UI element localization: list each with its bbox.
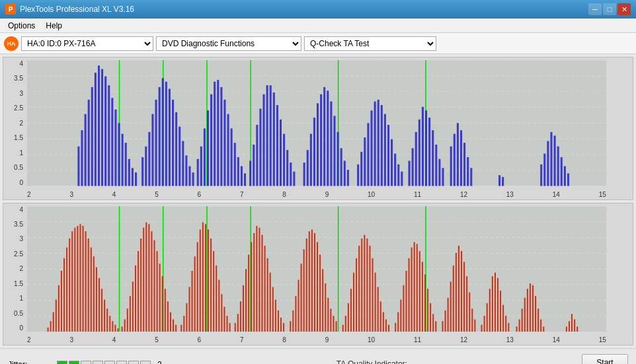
svg-rect-256 (270, 272, 271, 332)
svg-rect-320 (458, 245, 459, 332)
svg-rect-351 (571, 314, 573, 332)
svg-rect-271 (314, 233, 315, 332)
svg-rect-186 (74, 227, 75, 332)
ta-quality-section: TA Quality Indicator: Bad (169, 359, 575, 364)
svg-rect-231 (200, 229, 201, 332)
svg-rect-276 (327, 297, 329, 332)
svg-rect-252 (258, 227, 260, 332)
title-bar: P PlexTools Professional XL V3.16 ─ □ ✕ (0, 0, 636, 18)
drive-select[interactable]: HA:0 ID:0 PX-716A (21, 36, 153, 51)
test-select[interactable]: Q-Check TA Test (304, 36, 436, 51)
svg-rect-303 (409, 258, 410, 332)
svg-rect-267 (303, 249, 305, 332)
svg-rect-116 (394, 154, 396, 186)
svg-rect-49 (151, 114, 153, 186)
svg-rect-133 (460, 130, 462, 186)
svg-rect-30 (85, 114, 87, 186)
jitter-cell-8 (140, 361, 151, 365)
menu-bar: Options Help (0, 18, 636, 33)
toolbar: HA HA:0 ID:0 PX-716A DVD Diagnostic Func… (0, 33, 636, 54)
svg-rect-50 (155, 100, 157, 186)
svg-rect-248 (248, 254, 249, 332)
svg-rect-77 (249, 161, 251, 186)
svg-rect-296 (385, 319, 387, 332)
svg-rect-215 (153, 240, 155, 332)
svg-rect-251 (256, 225, 257, 332)
svg-rect-257 (272, 287, 274, 332)
svg-rect-235 (210, 238, 212, 332)
svg-rect-268 (306, 238, 307, 332)
svg-rect-301 (403, 285, 404, 332)
svg-rect-81 (263, 94, 265, 186)
svg-rect-346 (537, 309, 539, 332)
svg-rect-207 (132, 281, 134, 332)
svg-rect-73 (234, 143, 236, 186)
svg-rect-93 (310, 134, 312, 186)
svg-rect-195 (99, 277, 100, 332)
svg-rect-336 (505, 316, 506, 332)
svg-rect-262 (290, 321, 291, 332)
maximize-button[interactable]: □ (603, 3, 616, 15)
svg-rect-86 (280, 120, 282, 186)
svg-rect-310 (427, 289, 428, 332)
svg-rect-238 (218, 279, 219, 332)
svg-rect-123 (422, 107, 424, 186)
start-button[interactable]: Start (582, 354, 628, 365)
jitter-cell-1 (57, 361, 67, 365)
svg-rect-284 (353, 272, 354, 332)
top-chart-svg (27, 60, 606, 186)
svg-rect-131 (454, 134, 456, 186)
svg-rect-219 (165, 289, 166, 332)
jitter-cell-3 (81, 361, 91, 365)
svg-rect-42 (125, 143, 127, 186)
menu-help[interactable]: Help (40, 20, 67, 32)
svg-rect-208 (135, 265, 136, 332)
svg-rect-105 (357, 164, 359, 186)
svg-rect-266 (301, 264, 302, 332)
svg-rect-84 (273, 92, 275, 186)
svg-rect-139 (540, 164, 542, 186)
svg-rect-201 (114, 324, 116, 332)
menu-options[interactable]: Options (3, 20, 40, 32)
svg-rect-353 (576, 326, 578, 332)
svg-rect-95 (317, 103, 319, 186)
svg-rect-196 (101, 289, 102, 332)
svg-rect-103 (344, 161, 346, 186)
function-select[interactable]: DVD Diagnostic Functions (156, 36, 301, 51)
svg-rect-43 (128, 159, 130, 186)
svg-rect-78 (253, 145, 255, 186)
svg-rect-216 (157, 251, 158, 332)
minimize-button[interactable]: ─ (588, 3, 602, 15)
svg-rect-220 (167, 301, 169, 332)
svg-rect-67 (214, 82, 216, 186)
bottom-chart-y-axis: 0 0.5 1 1.5 2 2.5 3 3.5 4 (3, 206, 26, 332)
svg-rect-37 (108, 85, 110, 186)
svg-rect-246 (243, 285, 244, 332)
svg-rect-134 (463, 143, 465, 186)
svg-rect-140 (543, 154, 545, 186)
svg-rect-265 (298, 279, 299, 332)
svg-rect-146 (564, 166, 566, 186)
close-button[interactable]: ✕ (617, 3, 631, 15)
svg-rect-96 (320, 94, 322, 186)
svg-rect-222 (173, 319, 174, 332)
svg-rect-194 (96, 267, 97, 332)
top-chart-area (27, 60, 606, 186)
svg-rect-192 (91, 247, 92, 332)
svg-rect-177 (50, 321, 52, 332)
svg-rect-241 (227, 316, 228, 332)
svg-rect-71 (227, 114, 229, 186)
svg-rect-260 (280, 317, 282, 332)
svg-rect-176 (48, 327, 49, 332)
svg-rect-286 (358, 245, 360, 332)
jitter-cell-6 (116, 361, 127, 365)
svg-rect-229 (194, 256, 196, 332)
svg-rect-36 (104, 76, 106, 186)
svg-rect-55 (172, 100, 174, 186)
svg-rect-329 (487, 303, 488, 332)
svg-rect-58 (182, 141, 184, 186)
svg-rect-181 (61, 270, 62, 332)
svg-rect-217 (159, 264, 161, 332)
svg-rect-291 (372, 258, 374, 332)
svg-rect-179 (56, 299, 57, 332)
